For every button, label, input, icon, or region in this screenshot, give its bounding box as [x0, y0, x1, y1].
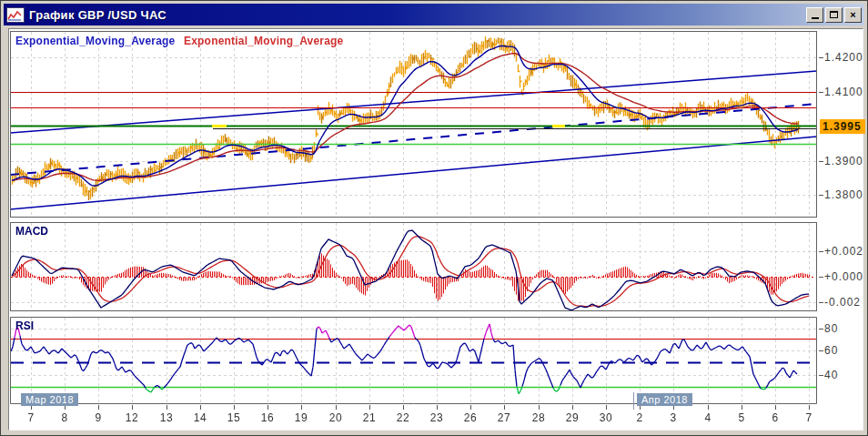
date-label: 4 — [696, 411, 720, 424]
date-tick — [98, 405, 99, 410]
date-label: 9 — [86, 411, 110, 424]
rsi-chart-canvas[interactable] — [10, 317, 817, 404]
date-label: 26 — [459, 411, 482, 424]
date-tick — [437, 405, 438, 410]
date-tick — [267, 405, 268, 410]
close-icon: × — [850, 10, 855, 19]
date-tick — [809, 405, 810, 410]
minimize-button[interactable] — [806, 7, 823, 23]
axis-tick — [819, 329, 823, 330]
date-label: 6 — [763, 411, 787, 424]
date-label: 23 — [425, 411, 449, 424]
date-tick — [234, 405, 235, 410]
date-label: 2 — [628, 411, 651, 424]
date-label: 14 — [188, 411, 212, 424]
minimize-icon — [812, 17, 819, 19]
date-tick — [336, 405, 337, 410]
date-tick — [200, 405, 201, 410]
month-divider-line — [633, 392, 634, 410]
date-tick — [606, 405, 607, 410]
axis-label: 1.4100 — [824, 86, 863, 98]
axis-tick — [819, 350, 823, 351]
date-tick — [132, 405, 133, 410]
ema-slow-legend: Exponential_Moving_Average — [184, 35, 343, 47]
axis-tick — [819, 375, 823, 376]
axis-label: +0.002 — [824, 245, 863, 258]
app-window: График GBP /USD ЧАС × Exponential_Moving… — [0, 0, 868, 436]
date-label: 27 — [492, 411, 516, 424]
date-label: 8 — [53, 411, 76, 424]
date-tick — [167, 405, 167, 410]
date-label: 20 — [324, 411, 348, 424]
current-price-badge: 1.3995 — [820, 119, 865, 134]
date-label: 7 — [797, 411, 821, 424]
axis-label: 1.4200 — [824, 51, 863, 64]
date-tick — [572, 405, 573, 410]
rsi-panel-title: RSI — [15, 319, 34, 332]
date-tick — [369, 405, 370, 410]
price-chart-canvas[interactable] — [10, 31, 817, 218]
date-label: 21 — [358, 411, 381, 424]
maximize-icon — [830, 11, 838, 18]
axis-tick — [819, 195, 823, 196]
date-label: 7 — [19, 411, 43, 424]
date-tick — [403, 405, 404, 410]
axis-tick — [819, 277, 823, 278]
date-label: 3 — [661, 411, 685, 424]
date-label: 19 — [289, 411, 313, 424]
date-label: 5 — [730, 411, 753, 424]
axis-label: 60 — [824, 344, 838, 357]
axis-tick — [819, 302, 823, 303]
chart-app-icon — [6, 7, 25, 23]
date-tick — [539, 405, 540, 410]
month-badge-april: Апр 2018 — [637, 393, 692, 406]
date-tick — [708, 405, 709, 410]
ema-fast-legend: Exponential_Moving_Average — [15, 35, 175, 47]
macd-panel-title: MACD — [15, 225, 48, 238]
axis-label: +0.000 — [824, 270, 863, 283]
title-bar[interactable]: График GBP /USD ЧАС × — [4, 4, 864, 25]
maximize-button[interactable] — [825, 7, 843, 23]
date-label: 15 — [222, 411, 246, 424]
date-label: 22 — [391, 411, 415, 424]
axis-label: 80 — [824, 322, 838, 335]
axis-tick — [819, 251, 823, 252]
axis-label: 1.3900 — [824, 155, 863, 167]
chart-client-area: Exponential_Moving_Average Exponential_M… — [8, 28, 863, 431]
date-tick — [470, 405, 471, 410]
month-badge-march: Мар 2018 — [21, 393, 78, 406]
window-title: График GBP /USD ЧАС — [29, 8, 167, 22]
date-label: 13 — [155, 411, 178, 424]
axis-label: 1.3800 — [824, 188, 863, 201]
date-label: 28 — [527, 411, 550, 424]
axis-tick — [819, 57, 823, 58]
axis-label: 40 — [824, 369, 838, 381]
axis-label: -0.002 — [824, 296, 861, 309]
date-tick — [742, 405, 742, 410]
date-label: 29 — [560, 411, 584, 424]
macd-chart-canvas[interactable] — [10, 222, 817, 311]
date-tick — [775, 405, 776, 410]
date-label: 16 — [256, 411, 279, 424]
date-label: 12 — [120, 411, 144, 424]
close-button[interactable]: × — [844, 7, 862, 23]
axis-tick — [819, 161, 823, 162]
axis-tick — [819, 92, 823, 93]
date-tick — [504, 405, 505, 410]
indicator-legend: Exponential_Moving_Average Exponential_M… — [15, 35, 343, 47]
date-tick — [301, 405, 302, 410]
date-label: 30 — [594, 411, 618, 424]
